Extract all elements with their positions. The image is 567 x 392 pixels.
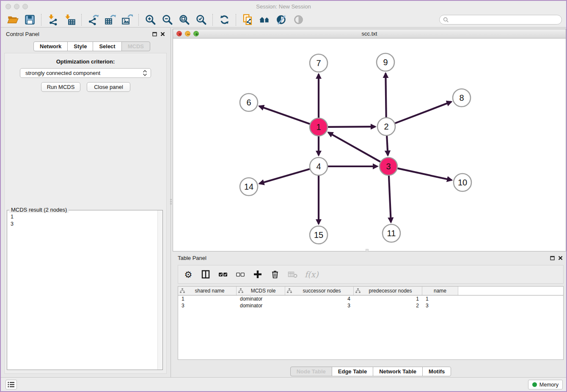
table-settings-icon[interactable]: ⚙: [183, 269, 193, 279]
export-image-icon[interactable]: [118, 13, 135, 27]
close-table-panel-icon[interactable]: [558, 256, 563, 260]
tab-style[interactable]: Style: [67, 41, 93, 51]
column-label: shared name: [185, 288, 234, 294]
table-cell[interactable]: 3: [285, 302, 354, 309]
graph-node-label: 1: [316, 122, 321, 132]
zoom-selected-icon[interactable]: [193, 13, 209, 27]
delete-column-icon[interactable]: [270, 269, 280, 279]
optimization-criterion-label: Optimization criterion:: [4, 58, 167, 65]
unselect-all-icon[interactable]: [235, 269, 245, 279]
new-network-from-selection-icon[interactable]: [239, 13, 256, 27]
column-header-shared-name[interactable]: shared name: [178, 287, 237, 295]
table-cell[interactable]: dominator: [237, 302, 285, 309]
mcds-result-box: MCDS result (2 nodes) 1 3: [7, 210, 163, 370]
graph-edge-3-10[interactable]: [397, 168, 451, 180]
close-panel-button[interactable]: Close panel: [87, 82, 130, 92]
table-cell[interactable]: 3: [178, 302, 237, 309]
float-table-panel-icon[interactable]: [550, 256, 555, 260]
column-header-MCDS-role[interactable]: MCDS role: [237, 287, 285, 295]
hierarchy-icon: [355, 288, 361, 293]
export-table-icon[interactable]: [102, 13, 118, 27]
import-network-icon[interactable]: [44, 13, 61, 27]
table-cell[interactable]: 1: [178, 295, 237, 302]
app-title: Session: New Session: [1, 3, 566, 10]
graph-node-label: 15: [314, 230, 323, 240]
table-cell[interactable]: 1: [422, 295, 458, 302]
zoom-in-icon[interactable]: [142, 13, 159, 27]
export-network-icon[interactable]: [85, 13, 102, 27]
network-resize-grip[interactable]: [366, 249, 369, 252]
tab-mcds[interactable]: MCDS: [121, 41, 150, 51]
hierarchy-icon: [238, 288, 243, 293]
column-header-name[interactable]: name: [422, 287, 458, 295]
tab-select[interactable]: Select: [93, 41, 121, 51]
table-header-row: shared nameMCDS rolesuccessor nodesprede…: [178, 287, 563, 295]
memory-button[interactable]: Memory: [528, 380, 563, 389]
tab-network[interactable]: Network: [33, 41, 68, 51]
search-icon: [443, 17, 449, 23]
save-session-icon[interactable]: [21, 13, 38, 27]
table-tab-network-table[interactable]: Network Table: [373, 367, 423, 376]
mcds-result-title: MCDS result (2 nodes): [9, 207, 69, 213]
network-graph[interactable]: 7968124314101511: [173, 39, 566, 251]
table-tab-node-table[interactable]: Node Table: [290, 367, 332, 376]
search-input[interactable]: [439, 15, 562, 25]
network-browser-icon[interactable]: [256, 13, 273, 27]
task-history-button[interactable]: [6, 380, 17, 389]
graph-node-label: 8: [459, 93, 464, 102]
birds-eye-view-icon[interactable]: [290, 13, 307, 27]
graph-node-label: 3: [386, 162, 391, 171]
table-cell[interactable]: 3: [422, 302, 458, 309]
table-tab-motifs[interactable]: Motifs: [422, 367, 451, 376]
table-row[interactable]: 1dominator411: [178, 295, 563, 302]
graph-node-label: 9: [383, 58, 388, 67]
apply-layout-icon[interactable]: [216, 13, 233, 27]
hide-graphics-details-icon[interactable]: [273, 13, 290, 27]
mcds-result-list: 1 3: [11, 213, 14, 228]
title-bar: Session: New Session: [1, 1, 566, 12]
panel-resize-grip[interactable]: [169, 197, 172, 206]
table-cell[interactable]: 2: [354, 302, 422, 309]
optimization-criterion-select[interactable]: strongly connected component: [20, 68, 151, 78]
column-label: name: [424, 288, 456, 294]
toolbar-separator: [41, 14, 41, 26]
network-window-title: scc.txt: [173, 30, 566, 37]
run-mcds-button[interactable]: Run MCDS: [41, 82, 80, 92]
table-tab-edge-table[interactable]: Edge Table: [332, 367, 373, 376]
toolbar-separator: [138, 14, 139, 26]
graph-node-label: 6: [246, 98, 251, 107]
table-cell[interactable]: 4: [285, 295, 354, 302]
graph-edge-2-3[interactable]: [387, 136, 388, 155]
float-panel-icon[interactable]: [152, 32, 157, 36]
open-session-icon[interactable]: [4, 13, 21, 27]
table-cell[interactable]: 1: [354, 295, 422, 302]
table-cell[interactable]: dominator: [237, 295, 285, 302]
control-panel-title: Control Panel: [6, 31, 39, 37]
graph-edge-1-2[interactable]: [328, 127, 375, 127]
dropdown-value: strongly connected component: [25, 70, 143, 76]
network-view-window: scc.txt 7968124314101511: [173, 29, 566, 251]
zoom-fit-icon[interactable]: [176, 13, 193, 27]
add-column-icon[interactable]: [253, 269, 263, 279]
node-table[interactable]: shared nameMCDS rolesuccessor nodesprede…: [178, 286, 564, 360]
column-label: successor nodes: [292, 288, 352, 294]
zoom-out-icon[interactable]: [159, 13, 176, 27]
graph-edge-3-11[interactable]: [389, 176, 391, 222]
graph-edge-4-14[interactable]: [259, 169, 310, 184]
toolbar-separator: [212, 14, 213, 26]
import-table-icon[interactable]: [61, 13, 78, 27]
result-scrollbar[interactable]: [157, 210, 162, 370]
graph-edge-3-1[interactable]: [328, 133, 380, 162]
column-header-predecessor-nodes[interactable]: predecessor nodes: [354, 287, 422, 295]
graph-edge-2-8[interactable]: [395, 102, 451, 123]
delete-table-icon: [287, 269, 297, 279]
close-panel-icon[interactable]: [160, 32, 165, 36]
hierarchy-icon: [180, 288, 185, 293]
select-all-icon[interactable]: [218, 269, 228, 279]
graph-edge-2-9[interactable]: [385, 73, 386, 117]
column-header-successor-nodes[interactable]: successor nodes: [285, 287, 354, 295]
table-tabs: Node TableEdge TableNetwork TableMotifs: [178, 367, 564, 376]
table-row[interactable]: 3dominator323: [178, 302, 563, 309]
graph-edge-1-6[interactable]: [259, 106, 310, 124]
split-column-icon[interactable]: [201, 269, 211, 279]
